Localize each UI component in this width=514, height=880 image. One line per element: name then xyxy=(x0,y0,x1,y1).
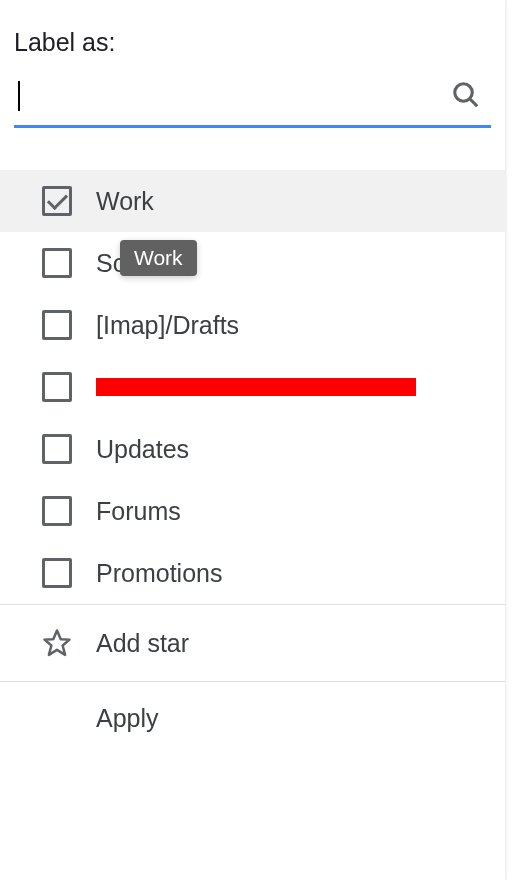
redacted-bar xyxy=(96,378,416,396)
svg-line-1 xyxy=(470,99,477,106)
checkbox-social[interactable] xyxy=(42,248,72,278)
apply-action[interactable]: Apply xyxy=(0,682,505,755)
checkbox-promotions[interactable] xyxy=(42,558,72,588)
label-text: Updates xyxy=(96,435,189,464)
label-item-work[interactable]: Work xyxy=(0,170,505,232)
label-item-redacted[interactable] xyxy=(0,356,505,418)
search-field-wrapper[interactable] xyxy=(14,75,491,128)
label-item-promotions[interactable]: Promotions xyxy=(0,542,505,604)
add-star-label: Add star xyxy=(96,629,189,658)
label-item-imap-drafts[interactable]: [Imap]/Drafts xyxy=(0,294,505,356)
apply-label: Apply xyxy=(96,704,159,732)
search-icon[interactable] xyxy=(441,80,491,114)
search-input[interactable] xyxy=(14,75,441,119)
label-text: Forums xyxy=(96,497,181,526)
checkbox-work[interactable] xyxy=(42,186,72,216)
tooltip-work: Work xyxy=(120,240,197,276)
checkbox-updates[interactable] xyxy=(42,434,72,464)
label-as-title: Label as: xyxy=(14,28,491,57)
label-item-updates[interactable]: Updates xyxy=(0,418,505,480)
label-list: Work Social [Imap]/Drafts Updates Forums… xyxy=(0,170,505,604)
label-item-forums[interactable]: Forums xyxy=(0,480,505,542)
add-star-action[interactable]: Add star xyxy=(0,605,505,681)
label-item-social[interactable]: Social xyxy=(0,232,505,294)
star-icon xyxy=(42,627,72,659)
text-cursor xyxy=(18,81,20,111)
checkbox-redacted[interactable] xyxy=(42,372,72,402)
label-text: [Imap]/Drafts xyxy=(96,311,239,340)
svg-point-0 xyxy=(455,84,473,102)
svg-marker-2 xyxy=(45,631,70,655)
checkbox-forums[interactable] xyxy=(42,496,72,526)
label-text: Work xyxy=(96,187,154,216)
checkbox-imap-drafts[interactable] xyxy=(42,310,72,340)
label-text: Promotions xyxy=(96,559,222,588)
